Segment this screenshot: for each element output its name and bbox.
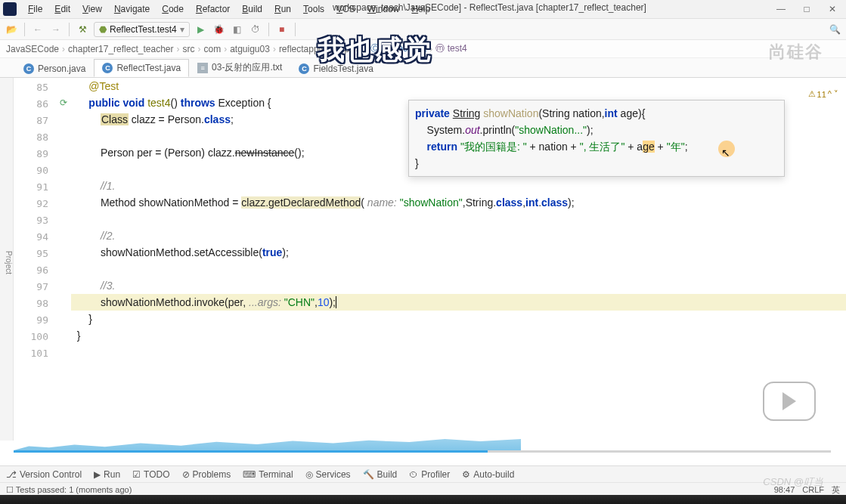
tool-vcs[interactable]: ⎇ Version Control (6, 469, 82, 480)
menu-file[interactable]: File (23, 2, 48, 16)
status-lang[interactable]: 英 (832, 484, 840, 496)
app-logo (3, 2, 17, 16)
minimize-button[interactable]: — (775, 4, 787, 14)
tool-problems[interactable]: ⊘ Problems (182, 469, 231, 480)
tool-run[interactable]: ▶ Run (94, 469, 120, 480)
inspections-badge[interactable]: ⚠ 11 ^ ˅ (808, 89, 838, 99)
open-icon[interactable]: 📂 (5, 23, 18, 36)
run-button[interactable]: ▶ (194, 23, 208, 36)
bc-1[interactable]: chapter17_reflect_teacher (68, 44, 173, 54)
hammer-icon[interactable]: ⚒ (76, 23, 89, 36)
back-button[interactable]: ← (31, 23, 45, 36)
run-config-label: ReflectTest.test4 (110, 24, 177, 35)
os-taskbar[interactable] (0, 495, 846, 504)
menu-refactor[interactable]: Refactor (191, 2, 235, 16)
tab-person[interactable]: CPerson.java (15, 60, 94, 77)
run-gutter-icon[interactable]: ⟳ (60, 97, 67, 108)
maximize-button[interactable]: □ (801, 4, 813, 14)
cursor-icon: ↖ (721, 147, 730, 159)
quick-doc-popup: private String showNation(String nation,… (408, 100, 785, 177)
tool-build[interactable]: 🔨 Build (363, 469, 398, 480)
csdn-watermark: CSDN @叮当 (763, 475, 823, 489)
gutter-icons: ⟳ (56, 78, 71, 441)
brand-watermark: 尚硅谷 (769, 41, 823, 63)
bottom-toolbar: ⎇ Version Control ▶ Run ☑ TODO ⊘ Problem… (0, 465, 846, 482)
stop-button[interactable]: ■ (275, 23, 289, 36)
project-tool-stub[interactable]: Project (0, 78, 14, 441)
video-subtitle: 我也感觉 (318, 32, 432, 69)
tool-autobuild[interactable]: ⚙ Auto-build (462, 469, 514, 480)
tab-reflecttest[interactable]: CReflectTest.java (94, 59, 189, 77)
video-progress[interactable] (14, 450, 831, 453)
window-title-path: workspace_teach\JavaSECode] - ReflectTes… (333, 2, 646, 13)
menu-edit[interactable]: Edit (49, 2, 76, 16)
status-tests: ☐ Tests passed: 1 (moments ago) (6, 485, 132, 495)
video-waveform (14, 423, 521, 452)
menu-code[interactable]: Code (156, 2, 189, 16)
search-icon[interactable]: 🔍 (828, 23, 841, 36)
bc-4[interactable]: atguigu03 (230, 44, 270, 54)
bc-3[interactable]: com (203, 44, 221, 54)
tab-txt[interactable]: ≡03-反射的应用.txt (189, 57, 290, 77)
bc-0[interactable]: JavaSECode (6, 44, 59, 54)
line-gutter: 85868788 89909192 93949596 979899100 101 (14, 78, 56, 441)
menu-build[interactable]: Build (237, 2, 268, 16)
tool-todo[interactable]: ☑ TODO (132, 469, 169, 480)
menu-view[interactable]: View (77, 2, 107, 16)
forward-button[interactable]: → (49, 23, 63, 36)
profile-button[interactable]: ⏱ (249, 23, 262, 36)
run-config-selector[interactable]: ⬣ ReflectTest.test4 ▾ (94, 22, 190, 37)
menu-tools[interactable]: Tools (298, 2, 330, 16)
debug-button[interactable]: 🐞 (212, 23, 226, 36)
bc-8[interactable]: ⓜ test4 (435, 42, 466, 55)
close-button[interactable]: ✕ (826, 4, 838, 14)
bc-2[interactable]: src (182, 44, 194, 54)
play-overlay-icon[interactable] (763, 382, 816, 421)
tool-profiler[interactable]: ⏲ Profiler (409, 469, 450, 480)
coverage-button[interactable]: ◧ (231, 23, 244, 36)
menu-navigate[interactable]: Navigate (109, 2, 155, 16)
menu-run[interactable]: Run (269, 2, 296, 16)
tool-services[interactable]: ◎ Services (305, 469, 351, 480)
tool-terminal[interactable]: ⌨ Terminal (243, 469, 293, 480)
